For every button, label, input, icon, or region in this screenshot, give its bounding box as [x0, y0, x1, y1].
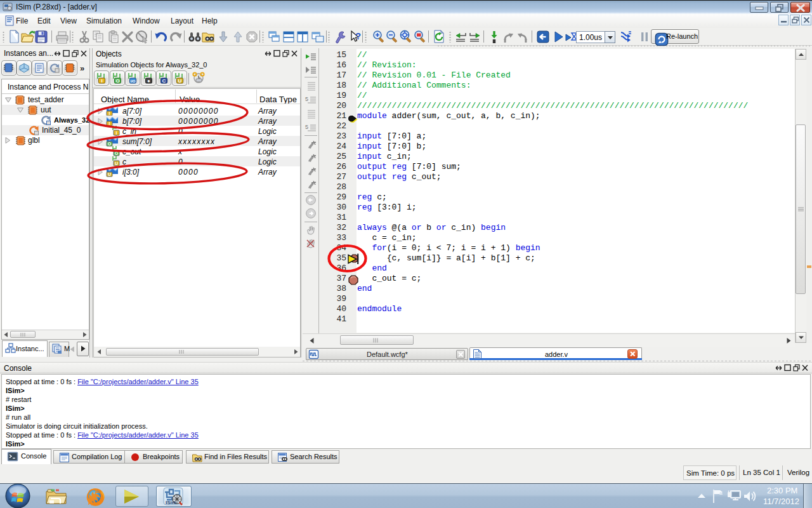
svg-text:?: ? — [355, 30, 361, 41]
svg-text:U: U — [178, 78, 181, 84]
svg-text:I: I — [101, 78, 102, 84]
svg-text:5: 5 — [305, 96, 308, 102]
svg-text:C: C — [162, 78, 166, 84]
svg-text:●: ● — [147, 78, 150, 84]
svg-text:ISim: ISim — [166, 500, 176, 505]
svg-text:I/O: I/O — [130, 79, 135, 83]
svg-text:O: O — [115, 78, 119, 84]
svg-text:5: 5 — [305, 124, 308, 130]
